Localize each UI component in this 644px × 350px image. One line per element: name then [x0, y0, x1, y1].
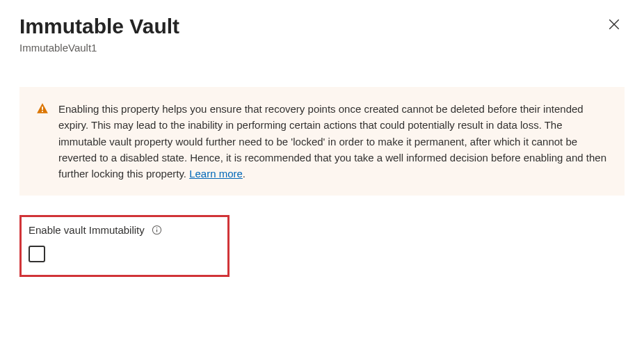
enable-immutability-checkbox[interactable]	[29, 246, 45, 262]
enable-immutability-label: Enable vault Immutability	[29, 224, 145, 236]
panel-header: Immutable Vault ImmutableVault1	[19, 14, 625, 54]
warning-message: Enabling this property helps you ensure …	[58, 103, 606, 180]
field-label-row: Enable vault Immutability	[29, 224, 219, 236]
enable-immutability-section: Enable vault Immutability	[19, 215, 230, 277]
resource-name: ImmutableVault1	[19, 42, 179, 54]
info-icon[interactable]	[152, 225, 162, 235]
close-icon	[608, 18, 620, 33]
warning-text: Enabling this property helps you ensure …	[58, 101, 608, 182]
close-button[interactable]	[604, 14, 625, 37]
svg-rect-3	[42, 111, 43, 112]
warning-banner: Enabling this property helps you ensure …	[19, 87, 625, 196]
svg-point-6	[156, 228, 158, 229]
learn-more-link[interactable]: Learn more	[189, 168, 243, 180]
header-text-block: Immutable Vault ImmutableVault1	[19, 14, 179, 54]
page-title: Immutable Vault	[19, 14, 179, 39]
warning-icon	[36, 102, 49, 118]
svg-rect-2	[42, 106, 43, 110]
